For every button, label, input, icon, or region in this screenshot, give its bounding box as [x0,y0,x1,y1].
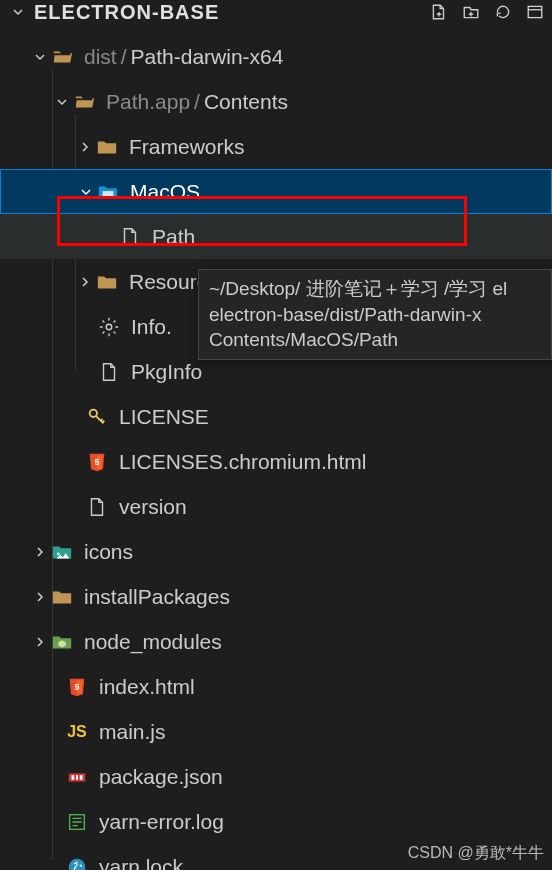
folder-icon [50,585,74,609]
file-label: LICENSE [119,405,209,429]
folder-label: installPackages [84,585,230,609]
folder-icon [95,270,119,294]
folder-open-icon [50,45,74,69]
gear-icon [97,315,121,339]
html-icon: 5 [65,675,89,699]
js-icon: JS [65,720,89,744]
svg-point-5 [57,552,60,555]
tree-file-yarnerror[interactable]: yarn-error.log [0,799,552,844]
tooltip-line: ~/Desktop/ 进阶笔记＋学习 /学习 el [209,276,541,302]
folder-icon [95,135,119,159]
chevron-right-icon [75,272,95,292]
explorer-header: ELECTRON-BASE [0,0,552,28]
svg-point-2 [106,324,112,330]
tree-folder-node-modules[interactable]: node_modules [0,619,552,664]
folder-label: node_modules [84,630,222,654]
svg-text:5: 5 [95,457,100,466]
tooltip-line: electron-base/dist/Path-darwin-x [209,302,541,328]
tree-file-path[interactable]: Path [0,214,552,259]
svg-rect-10 [80,775,83,780]
file-icon [97,360,121,384]
chevron-down-icon [30,47,50,67]
header-actions [430,3,544,21]
chevron-right-icon [30,587,50,607]
file-label: LICENSES.chromium.html [119,450,366,474]
collapse-icon[interactable] [526,3,544,21]
new-folder-icon[interactable] [462,3,480,21]
folder-open-icon [72,90,96,114]
path-tooltip: ~/Desktop/ 进阶笔记＋学习 /学习 el electron-base/… [198,269,552,360]
macos-folder-icon [96,180,120,204]
tree-folder-macos[interactable]: MacOS [0,169,552,214]
html-icon: 5 [85,450,109,474]
chevron-right-icon [30,542,50,562]
images-folder-icon [50,540,74,564]
tree-folder-frameworks[interactable]: Frameworks [0,124,552,169]
watermark: CSDN @勇敢*牛牛 [408,843,544,864]
folder-label: Frameworks [129,135,245,159]
file-label: index.html [99,675,195,699]
npm-icon [65,765,89,789]
tree-file-mainjs[interactable]: JS main.js [0,709,552,754]
new-file-icon[interactable] [430,3,448,21]
tree-file-packagejson[interactable]: package.json [0,754,552,799]
file-label: Path [152,225,195,249]
tree-file-version[interactable]: version [0,484,552,529]
folder-label: dist [84,45,117,68]
file-label: version [119,495,187,519]
folder-label: icons [84,540,133,564]
log-icon [65,810,89,834]
file-label: yarn-error.log [99,810,224,834]
folder-label: MacOS [130,180,200,204]
yarn-icon [65,855,89,871]
chevron-down-icon[interactable] [8,2,28,22]
folder-sub-label: Contents [204,90,288,113]
svg-rect-8 [72,775,75,780]
file-label: yarn.lock [99,855,183,871]
svg-rect-0 [528,6,542,17]
key-icon [85,405,109,429]
svg-rect-1 [103,191,114,197]
tree-folder-pathapp[interactable]: Path.app/Contents [0,79,552,124]
folder-sub-label: Path-darwin-x64 [131,45,284,68]
tooltip-line: Contents/MacOS/Path [209,327,541,353]
refresh-icon[interactable] [494,3,512,21]
file-icon [85,495,109,519]
file-label: PkgInfo [131,360,202,384]
svg-text:5: 5 [75,682,80,691]
tree-file-license[interactable]: LICENSE [0,394,552,439]
tree-folder-installpackages[interactable]: installPackages [0,574,552,619]
chevron-down-icon [52,92,72,112]
chevron-down-icon [76,182,96,202]
project-title: ELECTRON-BASE [34,1,219,24]
file-label: package.json [99,765,223,789]
chevron-right-icon [75,137,95,157]
file-label: main.js [99,720,166,744]
file-icon [118,225,142,249]
tree-folder-icons[interactable]: icons [0,529,552,574]
file-tree: dist/Path-darwin-x64 Path.app/Contents F… [0,28,552,870]
svg-point-3 [90,409,97,416]
folder-label: Path.app [106,90,190,113]
tree-file-licenses-chromium[interactable]: 5 LICENSES.chromium.html [0,439,552,484]
node-folder-icon [50,630,74,654]
tree-folder-dist[interactable]: dist/Path-darwin-x64 [0,34,552,79]
tree-file-indexhtml[interactable]: 5 index.html [0,664,552,709]
file-label: Info. [131,315,172,339]
chevron-right-icon [30,632,50,652]
svg-rect-9 [76,775,78,780]
